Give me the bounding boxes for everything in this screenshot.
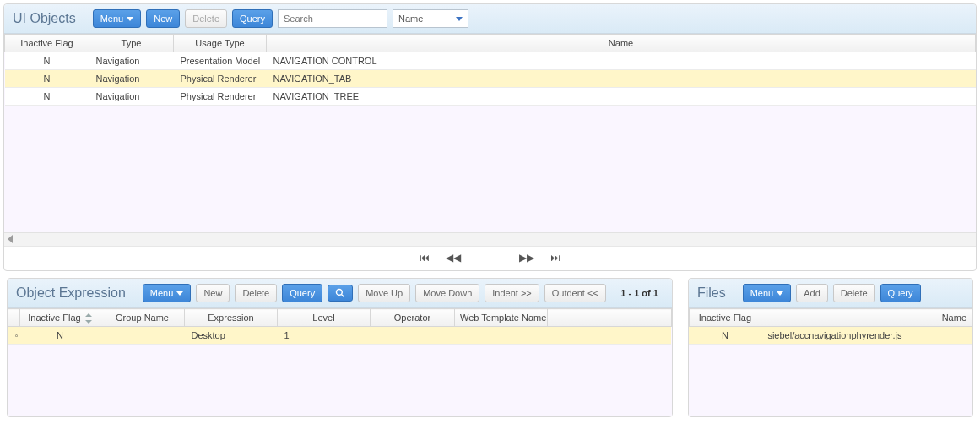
chevron-down-icon [456,17,463,21]
object-expression-grid: Inactive Flag Group Name Expression Leve… [8,308,672,416]
object-expression-title: Object Expression [16,285,126,301]
prev-record-icon[interactable]: ◀◀ [446,252,461,264]
object-expression-toolbar: Object Expression Menu New Delete Query … [8,279,672,308]
query-button[interactable]: Query [880,284,921,302]
record-count: 1 - 1 of 1 [620,288,663,298]
menu-button[interactable]: Menu [143,284,192,302]
files-applet: Files Menu Add Delete Query Inactive Fla… [688,278,973,417]
table-row[interactable]: N Navigation Physical Renderer NAVIGATIO… [5,88,976,106]
col-inactive-flag[interactable]: Inactive Flag [20,309,100,327]
col-expression[interactable]: Expression [185,309,278,327]
ui-objects-toolbar: UI Objects Menu New Delete Query Name [4,4,976,34]
table-row-selected[interactable]: N siebel/accnavigationphyrender.js [689,327,972,345]
table-row[interactable]: N Navigation Presentation Model NAVIGATI… [5,52,976,70]
object-expression-applet: Object Expression Menu New Delete Query … [7,278,673,417]
col-web-template[interactable]: Web Template Name [455,309,548,327]
object-expression-header-row: Inactive Flag Group Name Expression Leve… [8,309,672,327]
search-field-select[interactable]: Name [393,9,468,28]
files-toolbar: Files Menu Add Delete Query [689,279,972,308]
chevron-down-icon [176,291,183,296]
col-usage-type[interactable]: Usage Type [174,35,267,52]
svg-point-0 [337,290,343,296]
current-row-icon: ◦ [8,327,20,345]
ui-objects-grid: Inactive Flag Type Usage Type Name N Nav… [4,34,976,246]
next-record-icon[interactable]: ▶▶ [519,252,534,264]
svg-line-1 [342,295,344,297]
grid-filler [689,345,972,416]
menu-button-label: Menu [750,287,774,299]
move-up-button[interactable]: Move Up [358,284,410,302]
files-header-row: Inactive Flag Name [689,309,972,327]
move-down-button[interactable]: Move Down [415,284,479,302]
chevron-down-icon [777,291,783,296]
col-inactive-flag[interactable]: Inactive Flag [689,309,761,327]
magnifier-icon [335,288,345,298]
grid-filler [8,345,672,416]
files-title: Files [697,285,726,301]
col-group-name[interactable]: Group Name [100,309,185,327]
search-field-value: Name [398,14,423,24]
indent-button[interactable]: Indent >> [485,284,539,302]
files-grid: Inactive Flag Name N siebel/accnavigatio… [689,308,972,416]
delete-button[interactable]: Delete [833,284,875,302]
col-level[interactable]: Level [278,309,371,327]
col-marker [8,309,20,327]
find-button[interactable] [328,285,353,302]
first-record-icon[interactable]: ⏮ [420,252,430,264]
col-spacer [548,309,672,327]
scroll-left-icon [8,235,13,243]
record-navigator: ⏮ ◀◀ ▶▶ ⏭ [4,246,976,270]
menu-button[interactable]: Menu [93,9,142,28]
table-row-selected[interactable]: ◦ N Desktop 1 [8,327,672,345]
table-row-selected[interactable]: N Navigation Physical Renderer NAVIGATIO… [5,70,976,88]
new-button[interactable]: New [196,284,230,302]
add-button[interactable]: Add [796,284,828,302]
ui-objects-title: UI Objects [13,11,76,26]
search-input[interactable] [278,9,387,28]
query-button[interactable]: Query [282,284,322,302]
delete-button[interactable]: Delete [185,9,227,28]
col-name[interactable]: Name [761,309,972,327]
new-button[interactable]: New [146,9,180,28]
ui-objects-applet: UI Objects Menu New Delete Query Name In… [3,3,977,271]
col-type[interactable]: Type [89,35,174,52]
menu-button[interactable]: Menu [743,284,792,302]
col-inactive-flag[interactable]: Inactive Flag [5,35,89,52]
chevron-down-icon [127,17,133,21]
last-record-icon[interactable]: ⏭ [550,252,560,264]
horizontal-scrollbar[interactable] [4,232,976,246]
ui-objects-header-row: Inactive Flag Type Usage Type Name [5,35,976,52]
delete-button[interactable]: Delete [235,284,277,302]
col-operator[interactable]: Operator [371,309,455,327]
menu-button-label: Menu [150,287,174,299]
query-button[interactable]: Query [232,9,273,28]
menu-button-label: Menu [100,13,124,24]
col-name[interactable]: Name [267,35,976,52]
outdent-button[interactable]: Outdent << [544,284,606,302]
grid-filler [4,106,976,232]
